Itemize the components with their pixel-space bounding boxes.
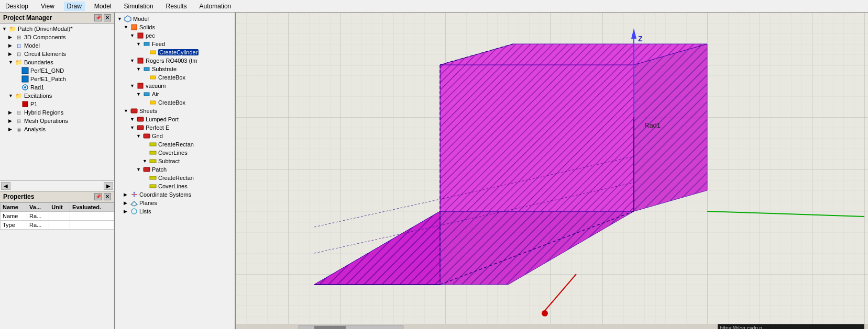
- obj-feed[interactable]: ▼ Feed: [116, 40, 234, 48]
- tree-excitations[interactable]: ▼ 📁 Excitations: [1, 92, 113, 100]
- createrectan1-icon: [149, 141, 157, 148]
- tree-rad1[interactable]: Rad1: [1, 83, 113, 92]
- circuit-expand[interactable]: ▶: [8, 51, 15, 56]
- solids-expand[interactable]: ▼: [124, 25, 130, 30]
- prop-pin-button[interactable]: 📌: [94, 193, 102, 200]
- perfecte-expand[interactable]: ▼: [130, 125, 136, 130]
- tree-root[interactable]: ▼ 📁 Patch (DrivenModal)*: [1, 25, 113, 33]
- obj-createcylinder[interactable]: CreateCylinder: [116, 48, 234, 56]
- scroll-left[interactable]: ◀: [1, 182, 10, 190]
- tree-p1[interactable]: P1: [1, 100, 113, 108]
- obj-air[interactable]: ▼ Air: [116, 90, 234, 98]
- menu-automation[interactable]: Automation: [196, 2, 235, 11]
- scrollbar-thumb[interactable]: [314, 326, 346, 329]
- model-expand[interactable]: ▶: [8, 43, 15, 48]
- obj-createbox2-label: CreateBox: [158, 99, 185, 106]
- tree-boundaries[interactable]: ▼ 📁 Boundaries: [1, 58, 113, 66]
- obj-substrate[interactable]: ▼ Substrate: [116, 65, 234, 73]
- svg-point-3: [24, 86, 26, 88]
- planes-expand[interactable]: ▶: [124, 200, 130, 206]
- mesh-expand[interactable]: ▶: [8, 118, 15, 123]
- obj-lumped-label: Lumped Port: [146, 116, 179, 122]
- rad1-icon: [21, 84, 29, 91]
- menu-simulation[interactable]: Simulation: [121, 2, 157, 11]
- lists-expand[interactable]: ▶: [124, 209, 130, 214]
- model-icon: [124, 15, 132, 22]
- properties-table: Name Va... Unit Evaluated. Name Ra... Ty: [0, 202, 114, 230]
- obj-coverlines1[interactable]: CoverLines: [116, 149, 234, 157]
- lumped-expand[interactable]: ▼: [130, 117, 136, 122]
- obj-rogers[interactable]: ▼ Rogers RO4003 (tm: [116, 56, 234, 65]
- obj-patch[interactable]: ▼ Patch: [116, 165, 234, 174]
- obj-sheets[interactable]: ▼ Sheets: [116, 107, 234, 115]
- obj-feed-label: Feed: [152, 41, 165, 47]
- obj-planes[interactable]: ▶ Planes: [116, 199, 234, 207]
- scroll-right[interactable]: ▶: [104, 182, 113, 190]
- menu-view[interactable]: View: [38, 2, 58, 11]
- model-expand[interactable]: ▼: [117, 16, 124, 21]
- tree-scroll: ◀ ▶: [0, 180, 114, 191]
- coordsys-expand[interactable]: ▶: [124, 192, 130, 197]
- svg-rect-12: [150, 76, 156, 79]
- y-axis-dot: [542, 310, 548, 316]
- prop-type-va[interactable]: Ra...: [27, 221, 49, 230]
- obj-gnd[interactable]: ▼ Gnd: [116, 132, 234, 140]
- 3dcomp-expand[interactable]: ▶: [8, 35, 15, 40]
- obj-createbox1[interactable]: CreateBox: [116, 73, 234, 82]
- obj-subtract[interactable]: ▼ Subtract: [116, 157, 234, 165]
- obj-perfecte[interactable]: ▼ Perfect E: [116, 123, 234, 132]
- air-expand[interactable]: ▼: [136, 92, 142, 97]
- prop-type-label: Type: [1, 221, 27, 230]
- sheets-expand[interactable]: ▼: [124, 108, 130, 114]
- tree-perfe1patch[interactable]: PerfE1_Patch: [1, 75, 113, 83]
- obj-vacuum[interactable]: ▼ vacuum: [116, 82, 234, 90]
- vacuum-expand[interactable]: ▼: [130, 83, 136, 88]
- prop-name-unit: [49, 212, 70, 221]
- tree-3dcomp[interactable]: ▶ ⊞ 3D Components: [1, 33, 113, 41]
- obj-coverlines2[interactable]: CoverLines: [116, 182, 234, 190]
- analysis-expand[interactable]: ▶: [8, 127, 15, 132]
- close-button[interactable]: ✕: [104, 14, 111, 21]
- obj-solids[interactable]: ▼ Solids: [116, 23, 234, 31]
- rogers-expand[interactable]: ▼: [130, 58, 136, 63]
- obj-model[interactable]: ▼ Model: [116, 15, 234, 23]
- tree-analysis[interactable]: ▶ ◉ Analysis: [1, 125, 113, 133]
- viewport[interactable]: Z Rad1 https://blog.csdn.n...: [236, 13, 868, 329]
- tree-mesh[interactable]: ▶ ⊞ Mesh Operations: [1, 117, 113, 125]
- excitations-icon: 📁: [15, 92, 23, 99]
- gnd-expand[interactable]: ▼: [136, 133, 142, 139]
- obj-lists[interactable]: ▶ Lists: [116, 207, 234, 215]
- hybrid-expand[interactable]: ▶: [8, 110, 15, 115]
- menu-draw[interactable]: Draw: [64, 2, 85, 11]
- tree-hybrid[interactable]: ▶ ⊞ Hybrid Regions: [1, 108, 113, 117]
- menu-model[interactable]: Model: [91, 2, 115, 11]
- tree-perfe1gnd[interactable]: PerfE1_GND: [1, 66, 113, 75]
- root-expand[interactable]: ▼: [2, 26, 8, 31]
- tree-circuit[interactable]: ▶ ⊡ Circuit Elements: [1, 50, 113, 58]
- obj-createrectan1[interactable]: CreateRectan: [116, 140, 234, 149]
- boundaries-expand[interactable]: ▼: [8, 60, 15, 65]
- pin-button[interactable]: 📌: [94, 14, 102, 21]
- obj-createbox2[interactable]: CreateBox: [116, 98, 234, 107]
- obj-pec[interactable]: ▼ pec: [116, 31, 234, 40]
- obj-createrectan2-label: CreateRectan: [158, 175, 194, 181]
- project-manager-header: Project Manager 📌 ✕: [0, 13, 114, 24]
- tree-model[interactable]: ▶ ⊡ Model: [1, 41, 113, 50]
- svg-rect-7: [138, 33, 143, 38]
- obj-coordsys[interactable]: ▶ Coordinate Systems: [116, 190, 234, 199]
- properties-panel: Properties 📌 ✕ Name Va... Unit Evaluated…: [0, 191, 114, 230]
- obj-createrectan2[interactable]: CreateRectan: [116, 174, 234, 182]
- substrate-expand[interactable]: ▼: [136, 66, 142, 72]
- obj-lumped[interactable]: ▼ Lumped Port: [116, 115, 234, 123]
- prop-name-va[interactable]: Ra...: [27, 212, 49, 221]
- obj-lists-label: Lists: [139, 208, 151, 214]
- prop-close-button[interactable]: ✕: [104, 193, 111, 200]
- feed-expand[interactable]: ▼: [136, 41, 142, 47]
- menu-results[interactable]: Results: [163, 2, 190, 11]
- pec-expand[interactable]: ▼: [130, 33, 136, 38]
- excitations-expand[interactable]: ▼: [8, 93, 15, 98]
- prop-type-eval: [70, 221, 114, 230]
- subtract-expand[interactable]: ▼: [142, 158, 149, 164]
- menu-desktop[interactable]: Desktop: [2, 2, 31, 11]
- patch-expand[interactable]: ▼: [136, 167, 142, 172]
